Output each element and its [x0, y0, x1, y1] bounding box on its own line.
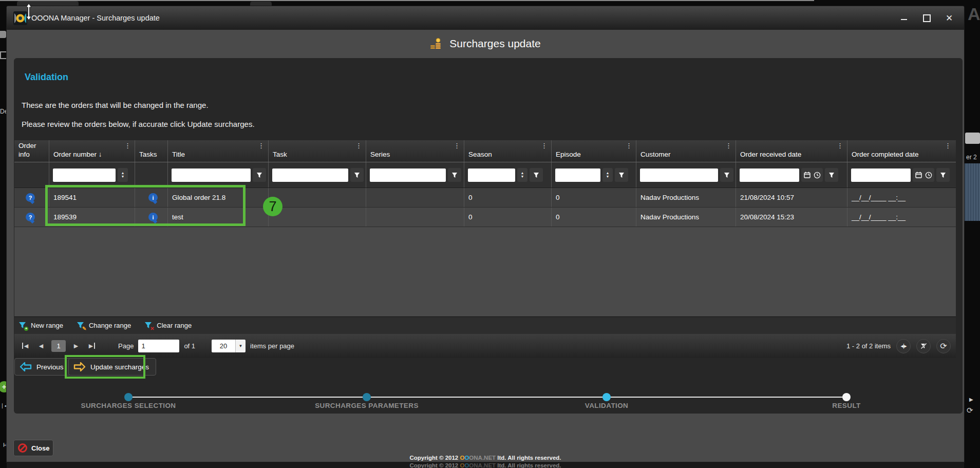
coins-icon [430, 38, 442, 49]
clock-icon[interactable] [812, 170, 822, 181]
filter-funnel-button[interactable] [350, 168, 364, 182]
maximize-button[interactable] [919, 11, 934, 25]
page-size-dropdown[interactable]: 20 ▼ [212, 340, 246, 352]
series-cell [366, 208, 464, 227]
column-menu-icon[interactable]: ⋮ [541, 142, 548, 149]
close-window-button[interactable]: ✕ [941, 11, 957, 25]
filter-completed-date-input[interactable] [851, 169, 911, 182]
grid-header-row: Order info ⋮ Order number ↓ Tasks ⋮Title… [14, 140, 956, 162]
background-block [965, 133, 980, 144]
current-page-button[interactable]: 1 [51, 340, 66, 352]
filter-funnel-button[interactable] [615, 168, 628, 182]
column-header-order-completed-date[interactable]: ⋮Order completed date [847, 140, 955, 162]
column-header-tasks[interactable]: Tasks [135, 140, 168, 162]
series-cell [366, 188, 464, 207]
column-header-series[interactable]: ⋮Series [366, 140, 464, 162]
filter-funnel-button[interactable] [720, 168, 733, 182]
column-menu-icon[interactable]: ⋮ [355, 142, 362, 149]
filter-funnel-button[interactable] [530, 168, 543, 182]
clock-icon[interactable] [924, 170, 933, 181]
number-spinner[interactable]: ▲▼ [602, 168, 613, 182]
received-date-cell: 21/08/2024 10:57 [736, 188, 847, 207]
new-range-button[interactable]: + New range [18, 322, 63, 330]
filter-series-input[interactable] [370, 169, 446, 182]
filter-received-date-input[interactable] [740, 169, 799, 182]
column-header-order-info[interactable]: Order info [14, 140, 49, 162]
step-heading: Validation [25, 72, 68, 83]
column-menu-icon[interactable]: ⋮ [626, 142, 632, 149]
column-menu-icon[interactable]: ⋮ [837, 142, 843, 149]
filter-task-input[interactable] [272, 169, 348, 182]
step-dot-validation [602, 393, 611, 401]
first-page-button[interactable]: ◀ [20, 343, 31, 349]
background-refresh-icon: ⟳ [967, 406, 973, 415]
page-header: Surcharges update [7, 30, 964, 58]
previous-button[interactable]: Previous [14, 358, 71, 376]
clear-filters-button[interactable] [916, 339, 931, 353]
number-spinner[interactable]: ▲▼ [517, 168, 527, 182]
previous-page-button[interactable]: ◀ [35, 343, 47, 349]
calendar-icon[interactable] [914, 170, 924, 181]
arrow-left-icon [20, 362, 32, 372]
order-info-icon[interactable]: ? [26, 213, 35, 221]
range-toolbar: + New range ✎ Change range ✕ Clear range [14, 316, 956, 334]
step-label: SURCHARGES SELECTION [81, 402, 176, 409]
customer-cell: Nadav Productions [636, 188, 736, 207]
completed-date-cell: __/__/____ __:__ [847, 188, 955, 207]
filter-funnel-button[interactable] [825, 168, 838, 182]
column-header-task[interactable]: ⋮Task [269, 140, 366, 162]
step-label: SURCHARGES PARAMETERS [315, 402, 419, 409]
next-page-button[interactable]: ▶ [70, 343, 82, 349]
prohibition-icon [18, 443, 27, 453]
column-menu-icon[interactable]: ⋮ [945, 142, 951, 149]
received-date-cell: 20/08/2024 15:23 [736, 208, 847, 227]
episode-cell: 0 [552, 208, 636, 227]
step-dot-surcharges-parameters [363, 393, 371, 401]
last-page-button[interactable]: ▶ [86, 343, 98, 349]
background-top-line [0, 0, 814, 1]
close-button[interactable]: Close [13, 440, 53, 456]
column-header-title[interactable]: ⋮Title [168, 140, 269, 162]
change-range-button[interactable]: ✎ Change range [77, 322, 131, 330]
column-header-season[interactable]: ⋮Season [464, 140, 552, 162]
filter-order-number-input[interactable] [53, 169, 116, 182]
filter-episode-input[interactable] [555, 169, 600, 182]
window-bottom-edge: Copyright © 2012 OOONA.NET ltd. All righ… [7, 462, 964, 468]
step-dot-result [842, 393, 851, 401]
order-info-icon[interactable]: ? [26, 193, 35, 202]
task-cell [269, 188, 366, 207]
chevron-down-icon[interactable]: ▼ [235, 340, 246, 352]
filter-funnel-button[interactable] [936, 168, 950, 182]
column-header-customer[interactable]: ⋮Customer [636, 140, 736, 162]
number-spinner[interactable]: ▲▼ [118, 168, 128, 182]
items-range-label: 1 - 2 of 2 items [846, 342, 891, 350]
column-menu-icon[interactable]: ⋮ [725, 142, 732, 149]
annotation-highlight-rows [45, 185, 246, 226]
episode-cell: 0 [552, 188, 636, 207]
column-header-episode[interactable]: ⋮Episode [552, 140, 636, 162]
screen: A er 2 ▶ ⟳ De + ❘◀ H OOONA Manager - Sur… [0, 0, 980, 468]
background-icon [0, 31, 6, 38]
items-per-page-label: items per page [250, 342, 294, 350]
column-menu-icon[interactable]: ⋮ [124, 142, 131, 149]
calendar-icon[interactable] [802, 170, 812, 181]
column-menu-icon[interactable]: ⋮ [258, 142, 265, 149]
column-header-order-number[interactable]: ⋮ Order number ↓ [49, 140, 135, 162]
page-number-input[interactable] [138, 340, 179, 352]
filter-title-input[interactable] [172, 169, 251, 182]
instruction-line: These are the orders that will be change… [22, 101, 209, 109]
grid-filter-row: ▲▼ ▲▼ ▲▼ [14, 162, 956, 188]
column-menu-icon[interactable]: ⋮ [454, 142, 460, 149]
refresh-icon[interactable]: ⟳ [936, 339, 951, 353]
minimize-button[interactable] [896, 11, 912, 25]
column-header-order-received-date[interactable]: ⋮Order received date [736, 140, 847, 162]
fit-columns-button[interactable]: ◂|▸ [896, 339, 911, 353]
filter-customer-input[interactable] [640, 169, 718, 182]
title-bar[interactable]: OOONA Manager - Surcharges update ✕ [7, 6, 964, 30]
clear-range-button[interactable]: ✕ Clear range [144, 322, 192, 330]
filter-funnel-button[interactable] [448, 168, 461, 182]
filter-funnel-button[interactable] [253, 168, 266, 182]
task-cell [269, 208, 366, 227]
filter-season-input[interactable] [468, 169, 515, 182]
funnel-clear-icon: ✕ [144, 322, 153, 330]
